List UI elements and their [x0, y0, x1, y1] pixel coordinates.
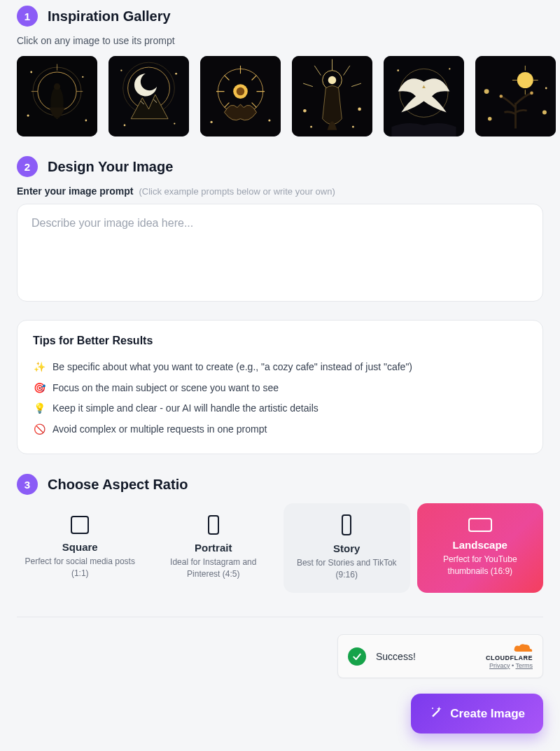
ratio-name: Landscape: [453, 539, 507, 551]
landscape-icon: [468, 518, 492, 532]
ratio-desc: Perfect for social media posts (1:1): [24, 556, 136, 578]
svg-point-31: [237, 87, 245, 96]
sparkles-icon: ✨: [33, 360, 46, 374]
tip-item: 🎯Focus on the main subject or scene you …: [33, 378, 527, 399]
tip-text: Focus on the main subject or scene you w…: [52, 381, 279, 395]
ratio-name: Square: [62, 541, 98, 553]
tip-text: Avoid complex or multiple requests in on…: [52, 423, 267, 437]
section-title-inspiration: Inspiration Gallery: [48, 8, 171, 24]
tip-item: ✨Be specific about what you want to crea…: [33, 357, 527, 378]
no-entry-icon: 🚫: [33, 423, 46, 437]
gallery-item-tree-cosmos[interactable]: [475, 56, 556, 136]
svg-point-62: [545, 87, 547, 90]
gallery-item-dove-wings[interactable]: [384, 56, 464, 136]
square-icon: [71, 516, 89, 534]
ratio-option-portrait[interactable]: Portrait Ideal for Instagram and Pintere…: [150, 503, 277, 592]
captcha-brand-name: CLOUDFLARE: [486, 654, 533, 662]
svg-point-57: [500, 94, 503, 98]
divider: [17, 617, 543, 617]
svg-point-18: [124, 125, 126, 127]
svg-point-11: [27, 114, 29, 116]
svg-point-17: [175, 73, 177, 75]
svg-point-8: [54, 83, 60, 90]
captcha-status: Success!: [376, 651, 476, 662]
step-badge-1: 1: [17, 6, 38, 27]
captcha-terms-link[interactable]: Terms: [516, 662, 533, 669]
check-circle-icon: [348, 647, 366, 666]
svg-point-58: [530, 92, 533, 95]
prompt-hint: (Click example prompts below or write yo…: [139, 186, 335, 197]
prompt-input[interactable]: [17, 204, 543, 302]
create-row: Create Image: [17, 694, 543, 734]
section-design: 2 Design Your Image Enter your image pro…: [17, 156, 543, 454]
separator-dot: •: [510, 662, 516, 669]
prompt-label: Enter your image prompt: [17, 185, 133, 197]
ratio-option-story[interactable]: Story Best for Stories and TikTok (9:16): [284, 503, 410, 592]
step-badge-2: 2: [17, 156, 38, 177]
portrait-icon: [208, 515, 219, 535]
svg-point-49: [397, 69, 399, 71]
svg-point-52: [517, 72, 533, 88]
section-subtitle-inspiration: Click on any image to use its prompt: [17, 35, 543, 46]
gallery-item-figure-halo[interactable]: [17, 56, 97, 136]
svg-point-12: [85, 120, 88, 122]
svg-point-59: [484, 89, 489, 94]
prompt-label-row: Enter your image prompt (Click example p…: [17, 185, 543, 197]
section-inspiration: 1 Inspiration Gallery Click on any image…: [17, 6, 543, 136]
create-image-label: Create Image: [450, 707, 525, 721]
captcha-privacy-link[interactable]: Privacy: [489, 662, 510, 669]
tip-item: 💡Keep it simple and clear - our AI will …: [33, 398, 527, 419]
ratio-desc: Perfect for YouTube thumbnails (16:9): [424, 554, 537, 576]
svg-point-10: [82, 76, 83, 78]
bulb-icon: 💡: [33, 402, 46, 416]
gallery-item-hands-sun[interactable]: [200, 56, 281, 136]
ratio-option-square[interactable]: Square Perfect for social media posts (1…: [17, 503, 144, 592]
section-header: 2 Design Your Image: [17, 156, 543, 177]
gallery-item-moon-mountain[interactable]: [108, 56, 189, 136]
tips-list: ✨Be specific about what you want to crea…: [33, 357, 527, 440]
svg-point-19: [174, 122, 175, 124]
tip-item: 🚫Avoid complex or multiple requests in o…: [33, 419, 527, 440]
tip-text: Be specific about what you want to creat…: [52, 360, 412, 374]
captcha-brand: CLOUDFLARE Privacy • Terms: [486, 643, 533, 670]
tip-text: Keep it simple and clear - our AI will h…: [52, 402, 318, 416]
ratio-desc: Best for Stories and TikTok (9:16): [290, 557, 403, 580]
captcha-widget: Success! CLOUDFLARE Privacy • Terms: [337, 634, 543, 679]
create-image-button[interactable]: Create Image: [411, 694, 543, 734]
svg-point-44: [310, 126, 312, 128]
section-title-design: Design Your Image: [48, 159, 173, 175]
svg-point-16: [120, 70, 122, 71]
captcha-row: Success! CLOUDFLARE Privacy • Terms: [17, 634, 543, 679]
inspiration-gallery: [17, 56, 543, 136]
ratio-name: Story: [333, 542, 360, 554]
aspect-ratio-grid: Square Perfect for social media posts (1…: [17, 503, 543, 592]
ratio-name: Portrait: [195, 542, 232, 554]
svg-point-32: [210, 121, 212, 123]
ratio-option-landscape[interactable]: Landscape Perfect for YouTube thumbnails…: [417, 503, 544, 592]
tips-title: Tips for Better Results: [33, 335, 527, 347]
target-icon: 🎯: [33, 381, 46, 395]
section-aspect-ratio: 3 Choose Aspect Ratio Square Perfect for…: [17, 474, 543, 592]
wand-icon: [429, 705, 443, 722]
svg-rect-13: [108, 56, 189, 136]
svg-point-41: [328, 76, 337, 85]
tips-card: Tips for Better Results ✨Be specific abo…: [17, 320, 543, 454]
cloudflare-icon: [486, 643, 533, 653]
section-title-aspect: Choose Aspect Ratio: [48, 477, 188, 493]
svg-point-9: [30, 71, 32, 73]
section-header: 3 Choose Aspect Ratio: [17, 474, 543, 495]
svg-point-60: [488, 117, 492, 121]
story-icon: [342, 514, 351, 535]
svg-point-50: [449, 68, 450, 69]
svg-point-42: [303, 109, 307, 113]
gallery-item-goddess-radiant[interactable]: [292, 56, 372, 136]
svg-point-43: [358, 108, 361, 111]
ratio-desc: Ideal for Instagram and Pinterest (4:5): [158, 556, 270, 579]
svg-point-61: [542, 111, 547, 115]
svg-point-33: [268, 119, 270, 121]
svg-point-45: [352, 126, 354, 128]
step-badge-3: 3: [17, 474, 38, 495]
section-header: 1 Inspiration Gallery: [17, 6, 543, 27]
svg-point-63: [432, 708, 433, 709]
